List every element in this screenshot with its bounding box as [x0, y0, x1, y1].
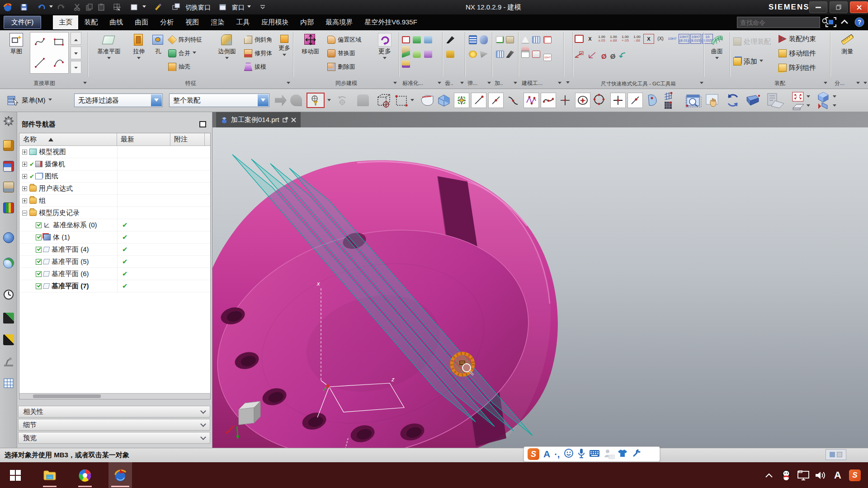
hscrollbar-thumb[interactable] [33, 394, 101, 398]
expander-icon[interactable] [22, 198, 27, 203]
wrench-tool-icon[interactable] [3, 334, 14, 345]
redo-icon[interactable] [56, 2, 66, 12]
paste-icon[interactable] [96, 2, 106, 12]
robot-arm-icon[interactable] [3, 356, 14, 367]
feature-checkbox[interactable] [36, 283, 42, 289]
grid-panel-icon[interactable] [3, 378, 14, 389]
undo-dropdown[interactable] [48, 2, 54, 12]
feature-dialog-launcher[interactable] [287, 82, 290, 86]
ime-emoji-icon[interactable] [564, 448, 574, 460]
scan-view-dropdown[interactable] [807, 104, 810, 108]
arc-tool-icon[interactable] [53, 57, 65, 70]
tab-zgjj[interactable]: 最高境界 [320, 15, 359, 29]
hole-button[interactable]: 孔 [150, 33, 166, 56]
sync-more-button[interactable]: 更多 [373, 33, 396, 61]
shell-button[interactable]: 抽壳 [168, 61, 190, 73]
customize-quick-access-icon[interactable] [258, 2, 268, 12]
tree-row-body[interactable]: 体 (1) ✔ [19, 231, 210, 244]
new-window-icon[interactable] [129, 2, 139, 12]
surface-button[interactable]: 曲面 [706, 33, 728, 61]
palette-scroll-up[interactable] [71, 32, 81, 45]
rotate-point-icon[interactable] [336, 94, 348, 106]
search-input[interactable] [737, 19, 822, 26]
menu-file[interactable]: 文件(F) [4, 16, 41, 29]
ribbon-overflow-dropdown[interactable] [863, 82, 867, 86]
pencil-tool-icon[interactable] [3, 313, 14, 324]
gc-tol-7[interactable]: 10H7 [667, 34, 678, 44]
gc-tol-6[interactable]: (X) [655, 34, 666, 44]
tab-tools[interactable]: 工具 [230, 15, 255, 29]
jia-icon-1[interactable] [496, 36, 504, 43]
help-icon[interactable]: ? [854, 17, 864, 29]
ime-skin-icon[interactable] [617, 449, 628, 460]
gear-icon-1[interactable] [446, 36, 454, 43]
tab-surface[interactable]: 曲面 [129, 15, 154, 29]
nx-taskbar-icon[interactable] [108, 462, 132, 488]
tab-close-icon[interactable] [291, 117, 296, 122]
gc-rdim-icon-1[interactable] [574, 51, 584, 61]
tree-row-model-history[interactable]: 模型历史记录 [19, 207, 210, 219]
direct-sketch-dialog-launcher[interactable] [83, 82, 87, 86]
jia-icon-4[interactable] [506, 51, 514, 58]
selection-filter-combo[interactable]: 无选择过滤器 [74, 94, 163, 107]
snap-arc-center-toggle[interactable] [575, 93, 590, 108]
tree-row-datum-plane-6[interactable]: 基准平面 (6) ✔ [19, 268, 210, 280]
brush-icon[interactable] [153, 2, 163, 12]
std-icon-6[interactable] [413, 51, 421, 58]
edge-blend-button[interactable]: 边倒圆 [212, 33, 242, 61]
display-tray-icon[interactable] [795, 462, 812, 488]
column-header-latest[interactable]: 最新 [117, 133, 170, 145]
rectangle-tool-icon[interactable] [53, 36, 65, 50]
ime-toolbar[interactable]: S A ·, 13 [524, 446, 660, 462]
expander-icon[interactable] [22, 186, 27, 191]
zoom-box-icon[interactable] [685, 93, 702, 110]
palette-expand[interactable] [71, 61, 81, 74]
render-style-dropdown[interactable] [833, 104, 836, 108]
process-assembly-button[interactable]: 处理装配 [733, 36, 771, 47]
undo-icon[interactable] [37, 2, 47, 12]
switch-window-label[interactable]: 切换窗口 [185, 0, 211, 14]
sketch-button[interactable]: ✦ 草图 [4, 33, 29, 56]
snap-intersection-icon[interactable] [560, 94, 571, 108]
snap-spline-toggle[interactable] [541, 93, 556, 108]
ime-mode-letter[interactable]: A [543, 449, 550, 460]
part-tab[interactable]: 加工案例014.prt [216, 112, 301, 127]
snap-point-on-line-toggle[interactable] [627, 93, 643, 108]
tab-render[interactable]: 渲染 [205, 15, 230, 29]
expander-icon[interactable] [22, 162, 27, 167]
line-tool-icon[interactable] [34, 57, 46, 70]
fit-view-dropdown[interactable] [807, 95, 810, 99]
new-window-dropdown[interactable] [142, 2, 147, 12]
fullscreen-icon[interactable] [826, 17, 836, 29]
rotate-view-icon[interactable] [725, 93, 741, 110]
jia-dropdown[interactable] [514, 82, 517, 86]
expander-icon[interactable] [22, 150, 27, 155]
selection-crosshair-icon[interactable] [112, 2, 122, 12]
jia-icon-3[interactable] [496, 51, 504, 58]
assembly-dropdown[interactable] [824, 82, 827, 86]
gc-return-icon[interactable] [619, 52, 627, 61]
spring-icon-1[interactable] [469, 35, 477, 44]
std-icon-5[interactable] [402, 51, 410, 58]
history-palette-icon[interactable] [3, 258, 14, 268]
mtool-icon-3[interactable] [543, 36, 552, 43]
gear-icon-2[interactable] [446, 51, 454, 58]
spline-tool-icon[interactable] [34, 36, 46, 50]
prev-selection-icon[interactable] [275, 94, 287, 106]
gc-tol-0[interactable]: X [585, 34, 595, 44]
spring-icon-3[interactable] [469, 51, 477, 58]
web-browser-icon[interactable] [3, 232, 14, 243]
snap-curve-icon[interactable] [507, 95, 519, 108]
dashed-rect-icon[interactable] [395, 94, 409, 109]
column-header-note[interactable]: 附注 [170, 133, 205, 145]
feature-checkbox[interactable] [36, 222, 42, 228]
column-header-name[interactable]: 名称 [19, 133, 117, 145]
scan-view-icon[interactable] [792, 102, 805, 113]
gc-tol-2[interactable]: 1.00±.88 [608, 34, 619, 44]
minimize-button[interactable] [809, 1, 827, 13]
input-language-indicator[interactable]: A [829, 462, 846, 488]
offset-region-button[interactable]: 偏置区域 [327, 34, 361, 46]
dependency-panel[interactable]: 相关性 [18, 406, 210, 418]
snap-existing-point-toggle[interactable] [610, 93, 626, 108]
3d-scene[interactable]: x z y [212, 127, 868, 448]
